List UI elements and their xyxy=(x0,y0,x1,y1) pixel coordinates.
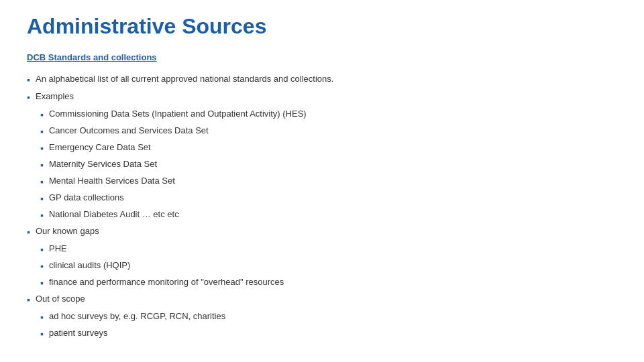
bullet-icon: ▪ xyxy=(27,73,30,87)
bullet-icon: ▪ xyxy=(40,208,44,223)
list-item: ▪finance and performance monitoring of "… xyxy=(40,276,617,290)
list-item: ▪Mental Health Services Data Set xyxy=(40,174,617,189)
bullet-text: Our known gaps xyxy=(36,225,99,238)
bullet-icon: ▪ xyxy=(40,175,44,189)
bullet-text: ad hoc surveys by, e.g. RCGP, RCN, chari… xyxy=(49,310,225,323)
bullet-text: PHE xyxy=(49,242,67,255)
bullet-icon: ▪ xyxy=(27,90,30,105)
list-item: ▪Out of scope xyxy=(27,292,617,307)
bullet-text: patient surveys xyxy=(49,326,107,340)
bullet-text: Commissioning Data Sets (Inpatient and O… xyxy=(49,107,307,121)
content-area: ▪An alphabetical list of all current app… xyxy=(27,72,617,341)
list-item: ▪ad hoc surveys by, e.g. RCGP, RCN, char… xyxy=(40,310,617,324)
bullet-text: Emergency Care Data Set xyxy=(49,141,151,154)
bullet-text: Out of scope xyxy=(36,292,85,306)
list-item: ▪Emergency Care Data Set xyxy=(40,141,617,156)
list-item: ▪Examples xyxy=(27,90,617,105)
bullet-text: finance and performance monitoring of "o… xyxy=(49,276,284,289)
list-item: ▪Our known gaps xyxy=(27,225,617,239)
list-item: ▪GP data collections xyxy=(40,191,617,206)
bullet-icon: ▪ xyxy=(27,225,30,239)
list-item: ▪clinical audits (HQIP) xyxy=(40,259,617,274)
bullet-icon: ▪ xyxy=(40,141,44,156)
bullet-text: Cancer Outcomes and Services Data Set xyxy=(49,124,209,137)
bullet-icon: ▪ xyxy=(40,158,44,172)
list-item: ▪patient surveys xyxy=(40,326,617,341)
list-item: ▪Commissioning Data Sets (Inpatient and … xyxy=(40,107,617,122)
list-item: ▪An alphabetical list of all current app… xyxy=(27,72,617,87)
bullet-text: GP data collections xyxy=(49,191,124,204)
bullet-text: Maternity Services Data Set xyxy=(49,158,157,171)
bullet-text: An alphabetical list of all current appr… xyxy=(36,72,333,86)
dcb-standards-link[interactable]: DCB Standards and collections xyxy=(27,52,157,62)
bullet-icon: ▪ xyxy=(40,192,44,206)
bullet-list: ▪An alphabetical list of all current app… xyxy=(27,72,617,341)
list-item: ▪Cancer Outcomes and Services Data Set xyxy=(40,124,617,139)
bullet-icon: ▪ xyxy=(40,259,44,274)
bullet-icon: ▪ xyxy=(40,276,44,290)
list-item: ▪PHE xyxy=(40,242,617,257)
bullet-text: National Diabetes Audit … etc etc xyxy=(49,208,179,221)
bullet-text: Examples xyxy=(36,90,74,103)
page-title: Administrative Sources xyxy=(27,13,617,39)
list-item: ▪National Diabetes Audit … etc etc xyxy=(40,208,617,223)
bullet-icon: ▪ xyxy=(40,125,44,139)
bullet-text: clinical audits (HQIP) xyxy=(49,259,130,272)
bullet-icon: ▪ xyxy=(27,293,30,307)
bullet-icon: ▪ xyxy=(40,310,44,324)
bullet-icon: ▪ xyxy=(40,243,44,257)
bullet-text: Mental Health Services Data Set xyxy=(49,174,175,188)
bullet-icon: ▪ xyxy=(40,108,44,122)
bullet-icon: ▪ xyxy=(40,327,44,341)
list-item: ▪Maternity Services Data Set xyxy=(40,158,617,172)
